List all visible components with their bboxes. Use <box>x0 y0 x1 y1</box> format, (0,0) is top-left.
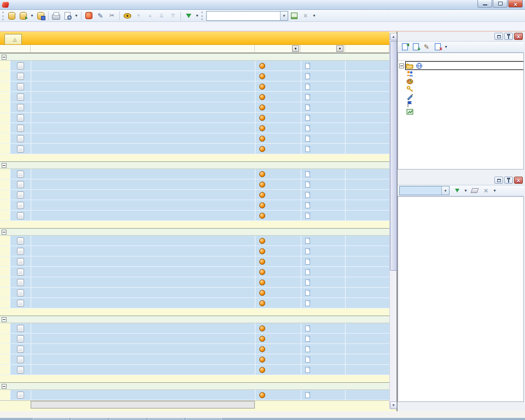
panel-close-button[interactable] <box>514 177 523 184</box>
task-name-cell[interactable] <box>31 365 255 375</box>
done-checkbox[interactable] <box>17 62 24 69</box>
status-cell[interactable] <box>301 123 345 133</box>
priority-cell[interactable] <box>255 267 301 277</box>
status-cell[interactable] <box>301 61 345 71</box>
done-checkbox[interactable] <box>17 135 24 142</box>
complete-cell[interactable] <box>345 102 389 112</box>
status-cell[interactable] <box>301 236 345 246</box>
status-cell[interactable] <box>301 344 345 354</box>
close-button[interactable] <box>508 0 523 8</box>
toolbar-grip[interactable] <box>201 11 203 20</box>
priority-cell[interactable] <box>255 365 301 375</box>
collapse-icon[interactable] <box>2 230 7 235</box>
column-header-done[interactable] <box>10 45 31 52</box>
status-cell[interactable] <box>301 102 345 112</box>
tree-item-body[interactable] <box>406 92 523 100</box>
complete-cell[interactable] <box>345 334 389 343</box>
done-checkbox[interactable] <box>17 94 24 101</box>
scrollbar-thumb[interactable] <box>390 41 397 271</box>
task-row[interactable] <box>0 236 389 246</box>
complete-cell[interactable] <box>345 267 389 277</box>
tree-item-body[interactable] <box>406 77 523 85</box>
move-top-icon[interactable] <box>168 11 178 21</box>
status-filter-dropdown-icon[interactable]: ▼ <box>336 45 343 52</box>
tree-item-body[interactable] <box>406 69 523 77</box>
task-name-cell[interactable] <box>31 323 255 333</box>
task-row[interactable] <box>0 190 389 200</box>
panel-pin-button[interactable] <box>504 177 513 184</box>
tree-item-body[interactable] <box>406 85 523 92</box>
complete-cell[interactable] <box>345 123 389 133</box>
priority-cell[interactable] <box>255 354 301 364</box>
task-name-cell[interactable] <box>31 113 255 122</box>
task-name-cell[interactable] <box>31 71 255 81</box>
group-header[interactable] <box>0 228 389 236</box>
menu-item-help[interactable] <box>48 26 57 27</box>
group-by-category-button[interactable]: △ <box>4 34 22 44</box>
status-cell[interactable] <box>301 267 345 277</box>
priority-cell[interactable] <box>255 246 301 256</box>
priority-cell[interactable] <box>255 92 301 102</box>
complete-cell[interactable] <box>345 277 389 287</box>
done-checkbox[interactable] <box>17 325 24 332</box>
complete-cell[interactable] <box>345 113 389 122</box>
collapse-icon[interactable] <box>2 317 7 322</box>
filter-preset-combo[interactable]: ▾ <box>399 186 450 195</box>
complete-cell[interactable] <box>345 92 389 102</box>
print-preview-icon[interactable] <box>62 11 73 21</box>
priority-cell[interactable] <box>255 113 301 122</box>
task-row[interactable] <box>0 256 389 267</box>
done-checkbox[interactable] <box>17 237 24 244</box>
status-cell[interactable] <box>301 365 345 375</box>
status-cell[interactable] <box>301 246 345 256</box>
move-down-icon[interactable] <box>133 11 144 21</box>
complete-cell[interactable] <box>345 256 389 266</box>
tree-item-body[interactable] <box>406 108 523 115</box>
status-cell[interactable] <box>301 169 345 179</box>
priority-cell[interactable] <box>255 288 301 298</box>
task-row[interactable] <box>0 334 389 344</box>
task-row[interactable] <box>0 179 389 190</box>
tree-item-selected[interactable] <box>406 62 523 69</box>
group-header[interactable] <box>0 161 389 169</box>
view-tasks-icon[interactable] <box>122 11 132 21</box>
menu-item-tools[interactable] <box>39 26 48 27</box>
caret-icon[interactable] <box>492 186 497 196</box>
task-row[interactable] <box>0 81 389 92</box>
done-checkbox[interactable] <box>17 335 24 342</box>
priority-cell[interactable] <box>255 236 301 246</box>
tree-item[interactable] <box>398 92 523 100</box>
complete-cell[interactable] <box>345 365 389 375</box>
status-cell[interactable] <box>301 200 345 210</box>
menu-item-tasks[interactable] <box>22 26 31 27</box>
collapse-icon[interactable] <box>2 163 7 168</box>
complete-cell[interactable] <box>345 133 389 143</box>
delete-layout-icon[interactable] <box>300 11 311 21</box>
priority-cell[interactable] <box>255 390 301 400</box>
status-cell[interactable] <box>301 298 345 308</box>
task-name-cell[interactable] <box>31 277 255 287</box>
task-row[interactable] <box>0 61 389 71</box>
menu-item-file[interactable] <box>4 26 13 27</box>
task-row[interactable] <box>0 113 389 123</box>
scroll-down-icon[interactable]: ▼ <box>390 401 397 409</box>
task-name-cell[interactable] <box>31 102 255 112</box>
status-cell[interactable] <box>301 288 345 298</box>
apply-filter-icon[interactable] <box>452 186 462 196</box>
task-name-cell[interactable] <box>31 211 255 220</box>
new-task-icon[interactable] <box>84 11 94 21</box>
status-cell[interactable] <box>301 354 345 364</box>
done-checkbox[interactable] <box>17 248 24 255</box>
done-checkbox[interactable] <box>17 269 24 276</box>
collapse-icon[interactable] <box>2 384 7 389</box>
table-scrollbar[interactable]: ▲ ▼ <box>389 33 396 409</box>
priority-cell[interactable] <box>255 169 301 179</box>
done-checkbox[interactable] <box>17 258 24 265</box>
open-database-icon[interactable] <box>18 11 28 21</box>
done-checkbox[interactable] <box>17 346 24 353</box>
complete-cell[interactable] <box>345 169 389 179</box>
done-checkbox[interactable] <box>17 202 24 209</box>
priority-cell[interactable] <box>255 277 301 287</box>
done-checkbox[interactable] <box>17 212 24 219</box>
task-name-cell[interactable] <box>31 179 255 189</box>
